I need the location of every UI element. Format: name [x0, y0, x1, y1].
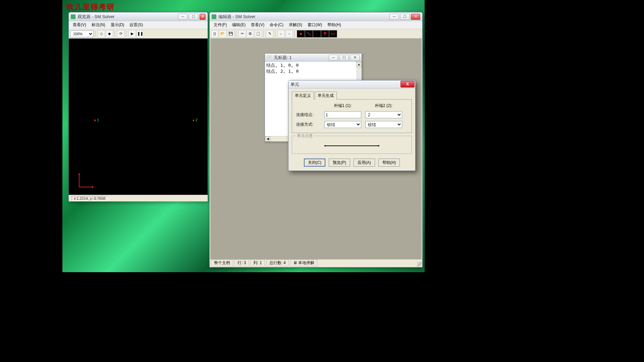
editor-statusbar: 整个文档 行: 3 列: 1 总行数: 4 🖥 本地求解	[210, 259, 422, 266]
preview-beam-icon	[325, 145, 379, 146]
mdi-client-area: 无标题: 1 ─ ☐ ✕ 结点, 1, 0, 0 结点, 2, 1, 0 ▲ ◀	[210, 39, 422, 259]
cursor-coords: x:1.2214, y:-0.7658	[71, 196, 108, 201]
scroll-left-button[interactable]: ◀	[265, 136, 270, 141]
label-connect-node: 连接结点:	[296, 112, 320, 118]
viewer-window: 观览器 - SM Solver ─ ☐ ✕ 查看(V) 标注(N) 显示(D) …	[68, 12, 208, 201]
cut-icon[interactable]: ✂	[238, 30, 246, 38]
status-row: 行: 3	[234, 259, 249, 266]
minimize-button[interactable]: ─	[178, 14, 187, 20]
app-icon	[212, 14, 216, 19]
help-button[interactable]: 帮助(H)	[378, 159, 400, 167]
child-titlebar[interactable]: 无标题: 1 ─ ☐ ✕	[265, 54, 362, 62]
menu-file[interactable]: 文件(F)	[211, 21, 229, 28]
viewer-canvas[interactable]: 1 2	[69, 39, 208, 195]
viewer-menubar: 查看(V) 标注(N) 显示(D) 设置(S)	[69, 21, 208, 29]
close-button[interactable]: ✕	[200, 14, 206, 20]
close-dialog-button[interactable]: 关闭(C)	[304, 159, 325, 167]
editor-titlebar[interactable]: 编辑器 - SM Solver ─ ☐ ✕	[210, 12, 422, 21]
forward-icon[interactable]: →	[285, 30, 293, 38]
zoom-combo[interactable]: 100%	[70, 31, 94, 37]
preview-button[interactable]: 预览(P)	[329, 159, 350, 167]
status-total: 总行数: 4	[266, 259, 289, 266]
diagram-tool-icon[interactable]	[321, 30, 329, 38]
label-connect-type: 连接方式:	[296, 122, 320, 127]
dialog-title-text: 单元	[290, 81, 299, 87]
menu-solve[interactable]: 求解(S)	[286, 21, 305, 28]
child-title-text: 无标题: 1	[274, 55, 291, 61]
node-tool-icon[interactable]	[297, 30, 305, 38]
child-close-button[interactable]: ✕	[350, 55, 360, 61]
watermark-text: 欧几里得考研	[66, 2, 115, 12]
properties-icon[interactable]: ✎	[266, 30, 273, 38]
child-maximize-button[interactable]: ☐	[339, 55, 349, 61]
canvas-node-2: 2	[193, 118, 198, 122]
viewer-toolbar: 100% ◇ ◆ ⟳ ▶ ❚❚	[69, 29, 208, 39]
back-icon[interactable]: ←	[277, 30, 285, 38]
combo-node-end1[interactable]	[324, 111, 361, 118]
new-file-icon[interactable]: 🗋	[211, 30, 218, 38]
menu-window[interactable]: 窗口(W)	[305, 21, 325, 28]
open-file-icon[interactable]: 📂	[219, 30, 226, 38]
fit-width-icon[interactable]: ◇	[98, 30, 105, 38]
menu-command[interactable]: 命令(C)	[267, 21, 286, 28]
paste-icon[interactable]: 📋	[255, 30, 262, 38]
tab-element-define[interactable]: 单元定义	[292, 92, 314, 100]
resize-grip[interactable]	[417, 262, 422, 266]
menu-view[interactable]: 查看(V)	[248, 21, 267, 28]
doc-icon	[267, 55, 272, 60]
dialog-tabstrip: 单元定义 单元生成	[288, 88, 415, 99]
save-file-icon[interactable]: 💾	[227, 30, 234, 38]
editor-menubar: 文件(F) 编辑(E) 查看(V) 命令(C) 求解(S) 窗口(W) 帮助(H…	[210, 21, 422, 29]
status-scope: 整个文档	[211, 259, 233, 266]
viewer-titlebar[interactable]: 观览器 - SM Solver ─ ☐ ✕	[69, 12, 208, 21]
status-mode: 🖥 本地求解	[290, 259, 317, 266]
preview-groupbox: 单元示意	[292, 136, 412, 154]
dialog-button-row: 关闭(C) 预览(P) 应用(A) 帮助(H)	[288, 157, 415, 171]
refresh-icon[interactable]: ⟳	[117, 30, 124, 38]
preview-legend: 单元示意	[296, 133, 314, 139]
canvas-node-1: 1	[94, 118, 99, 122]
editor-toolbar: 🗋 📂 💾 ✂ ⧉ 📋 ✎ ← → ↓ EA	[210, 29, 422, 39]
column-head-end1: 杆端1 (1):	[324, 103, 361, 109]
editor-title-text: 编辑器 - SM Solver	[218, 14, 256, 20]
combo-node-end2[interactable]: 2	[365, 111, 402, 118]
combo-type-end1[interactable]: 铰结	[324, 121, 361, 128]
tab-element-generate[interactable]: 单元生成	[315, 92, 337, 100]
app-icon	[71, 14, 75, 19]
dialog-titlebar[interactable]: 单元 X	[288, 80, 415, 88]
pause-icon[interactable]: ❚❚	[137, 30, 144, 38]
viewer-statusbar: x:1.2214, y:-0.7658	[69, 195, 208, 201]
combo-type-end2[interactable]: 铰结	[365, 121, 402, 128]
menu-help[interactable]: 帮助(H)	[325, 21, 344, 28]
maximize-button[interactable]: ☐	[400, 14, 410, 20]
dialog-close-button[interactable]: X	[400, 81, 415, 87]
maximize-button[interactable]: ☐	[189, 14, 198, 20]
element-dialog: 单元 X 单元定义 单元生成 杆端1 (1): 杆端2 (2): 连接结点:	[288, 80, 416, 171]
minimize-button[interactable]: ─	[389, 14, 399, 20]
video-frame: 欧几里得考研 观览器 - SM Solver ─ ☐ ✕ 查看(V) 标注(N)…	[62, 0, 425, 272]
child-minimize-button[interactable]: ─	[329, 55, 338, 61]
menu-display[interactable]: 显示(D)	[108, 21, 127, 28]
element-tool-icon[interactable]	[305, 30, 313, 38]
scroll-up-button[interactable]: ▲	[356, 62, 362, 67]
load-tool-icon[interactable]: ↓	[313, 30, 321, 38]
menu-view[interactable]: 查看(V)	[70, 21, 89, 28]
menu-edit[interactable]: 编辑(E)	[229, 21, 248, 28]
menu-annotate[interactable]: 标注(N)	[89, 21, 108, 28]
menu-settings[interactable]: 设置(S)	[127, 21, 146, 28]
viewer-title-text: 观览器 - SM Solver	[77, 14, 115, 20]
close-button[interactable]: ✕	[411, 14, 420, 20]
copy-icon[interactable]: ⧉	[247, 30, 254, 38]
tab-pane-define: 杆端1 (1): 杆端2 (2): 连接结点: 2 连接方式: 铰结 铰结	[292, 99, 412, 133]
status-col: 列: 1	[250, 259, 265, 266]
ea-tool-icon[interactable]: EA	[329, 30, 337, 38]
column-head-end2: 杆端2 (2):	[365, 103, 402, 109]
editor-window: 编辑器 - SM Solver ─ ☐ ✕ 文件(F) 编辑(E) 查看(V) …	[209, 12, 423, 267]
apply-button[interactable]: 应用(A)	[354, 159, 375, 167]
play-icon[interactable]: ▶	[128, 30, 136, 38]
fit-height-icon[interactable]: ◆	[106, 30, 113, 38]
